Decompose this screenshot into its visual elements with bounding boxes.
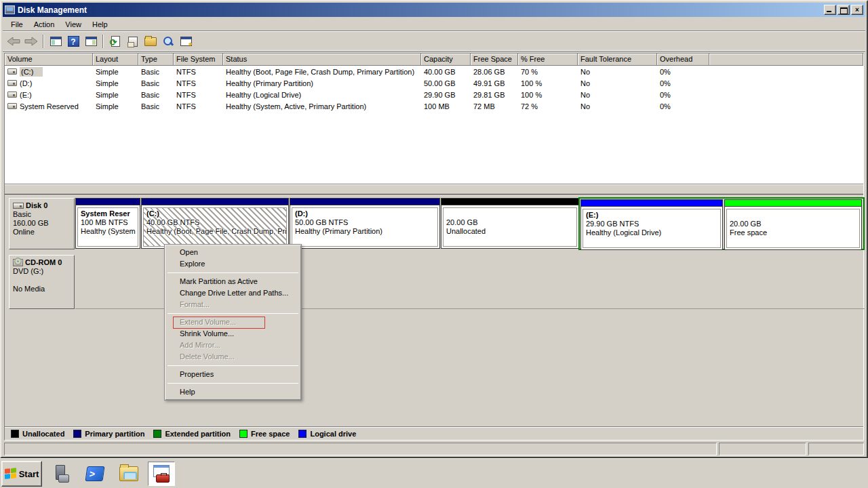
refresh-icon[interactable]: ⟳ <box>107 33 123 49</box>
table-row-e[interactable]: (E:) Simple Basic NTFS Healthy (Logical … <box>5 89 863 100</box>
volume-icon <box>7 68 17 75</box>
start-label: Start <box>19 469 39 479</box>
cell-overhead: 0% <box>657 79 709 87</box>
cell-pctfree: 100 % <box>518 91 578 99</box>
menu-item-mark-partition-active[interactable]: Mark Partition as Active <box>166 276 300 287</box>
legend-item-unallocated: Unallocated <box>11 430 64 438</box>
column-header-overhead[interactable]: Overhead <box>657 54 709 66</box>
open-folder-icon[interactable] <box>142 33 159 49</box>
logical-drive-swatch <box>298 430 307 438</box>
menu-file[interactable]: File <box>5 18 28 30</box>
column-header-capacity[interactable]: Capacity <box>421 54 471 66</box>
partition-unallocated[interactable]: 20.00 GBUnallocated <box>441 198 579 249</box>
table-row-c[interactable]: (C:) Simple Basic NTFS Healthy (Boot, Pa… <box>5 66 863 77</box>
taskbar-app-server-manager[interactable] <box>47 462 75 486</box>
properties-icon[interactable] <box>125 33 141 49</box>
close-button[interactable]: × <box>851 5 863 15</box>
partition-stripe <box>142 199 288 205</box>
rescan-disks-icon[interactable] <box>160 33 176 49</box>
cdrom-icon <box>13 259 23 266</box>
menu-view[interactable]: View <box>60 18 87 30</box>
column-header-layout[interactable]: Layout <box>93 54 138 66</box>
cell-type: Basic <box>138 102 174 110</box>
table-row-system-reserved[interactable]: System Reserved Simple Basic NTFS Health… <box>5 100 863 112</box>
menu-separator <box>167 365 298 366</box>
cell-filesystem: NTFS <box>174 68 223 76</box>
menu-item-delete-volume: Delete Volume... <box>166 351 300 363</box>
partition-system-reserved[interactable]: System Reser100 MB NTFSHealthy (System <box>75 198 140 249</box>
menu-item-change-drive-letter[interactable]: Change Drive Letter and Paths... <box>166 287 300 299</box>
menu-item-help[interactable]: Help <box>166 386 300 398</box>
volume-name: (D:) <box>20 79 32 87</box>
cell-freespace: 29.81 GB <box>471 91 518 99</box>
console-content: Volume Layout Type File System Status Ca… <box>4 53 864 441</box>
cell-capacity: 50.00 GB <box>421 79 471 87</box>
context-menu: Open Explore Mark Partition as Active Ch… <box>164 244 302 401</box>
forward-icon[interactable] <box>23 33 39 49</box>
menu-help[interactable]: Help <box>87 18 113 30</box>
taskbar-app-powershell[interactable]: > <box>81 462 108 486</box>
cell-type: Basic <box>138 91 174 99</box>
partition-d[interactable]: (D:)50.00 GB NTFSHealthy (Primary Partit… <box>290 198 440 249</box>
column-header-filesystem[interactable]: File System <box>174 54 223 66</box>
menu-item-properties[interactable]: Properties <box>166 369 300 380</box>
legend-bar: Unallocated Primary partition Extended p… <box>5 426 863 440</box>
column-header-type[interactable]: Type <box>138 54 174 66</box>
column-header-pctfree[interactable]: % Free <box>518 54 578 66</box>
partition-c-selected[interactable]: (C:)40.00 GB NTFSHealthy (Boot, Page Fil… <box>141 198 289 249</box>
volume-icon <box>7 103 17 109</box>
cell-layout: Simple <box>93 68 138 76</box>
computer-management-icon <box>152 465 171 483</box>
disk0-header[interactable]: Disk 0 Basic 160.00 GB Online <box>9 198 75 249</box>
volume-name: (E:) <box>20 91 32 99</box>
cell-faulttolerance: No <box>578 68 657 76</box>
cdrom0-header[interactable]: CD-ROM 0 DVD (G:) No Media <box>9 255 75 309</box>
cell-status: Healthy (Logical Drive) <box>223 91 421 99</box>
status-bar <box>3 441 865 457</box>
show-console-tree-icon[interactable] <box>47 33 64 49</box>
menu-item-extend-volume: Extend Volume... <box>166 317 300 328</box>
cell-type: Basic <box>138 79 174 87</box>
partition-stripe <box>441 199 578 205</box>
menu-separator <box>167 383 298 384</box>
toolbar-separator <box>43 35 44 48</box>
status-panel <box>4 443 717 455</box>
toolbar: ? ⟳ <box>3 32 865 52</box>
disk-console-icon[interactable] <box>178 33 194 49</box>
start-button[interactable]: Start <box>1 461 42 487</box>
extended-partition-swatch <box>153 430 161 438</box>
maximize-button[interactable] <box>837 5 850 15</box>
cell-faulttolerance: No <box>578 79 657 87</box>
cell-type: Basic <box>138 68 174 76</box>
cell-pctfree: 70 % <box>518 68 578 76</box>
menu-item-shrink-volume[interactable]: Shrink Volume... <box>166 328 300 340</box>
menu-item-explore[interactable]: Explore <box>166 258 300 270</box>
help-icon[interactable]: ? <box>65 33 81 49</box>
menu-action[interactable]: Action <box>28 18 60 30</box>
minimize-button[interactable] <box>824 5 836 15</box>
column-header-volume[interactable]: Volume <box>5 54 93 66</box>
column-header-faulttolerance[interactable]: Fault Tolerance <box>578 54 657 66</box>
taskbar: Start > « ⚐ 3:18 PM 7/3/2019 <box>0 458 868 488</box>
show-action-pane-icon[interactable] <box>83 33 99 49</box>
pane-splitter[interactable] <box>5 184 863 194</box>
partition-free-space[interactable]: 20.00 GBFree space <box>724 199 862 250</box>
cell-capacity: 40.00 GB <box>421 68 471 76</box>
cdrom-media: DVD (G:) <box>13 267 73 276</box>
taskbar-app-computer-management[interactable] <box>148 462 175 486</box>
disk-icon <box>13 203 24 209</box>
menu-item-open[interactable]: Open <box>166 247 300 258</box>
volume-name: System Reserved <box>20 102 79 110</box>
column-header-freespace[interactable]: Free Space <box>471 54 518 66</box>
column-header-status[interactable]: Status <box>223 54 421 66</box>
cell-freespace: 28.06 GB <box>471 68 518 76</box>
taskbar-app-file-explorer[interactable] <box>115 462 142 486</box>
powershell-icon: > <box>85 466 104 481</box>
volume-name: (C:) <box>20 67 43 77</box>
partition-e-logical[interactable]: (E:)29.90 GB NTFSHealthy (Logical Drive) <box>580 199 723 250</box>
cell-overhead: 0% <box>657 102 709 110</box>
back-icon[interactable] <box>5 33 22 49</box>
table-row-d[interactable]: (D:) Simple Basic NTFS Healthy (Primary … <box>5 77 863 89</box>
status-panel <box>808 443 864 455</box>
title-bar[interactable]: Disk Management × <box>3 3 865 17</box>
